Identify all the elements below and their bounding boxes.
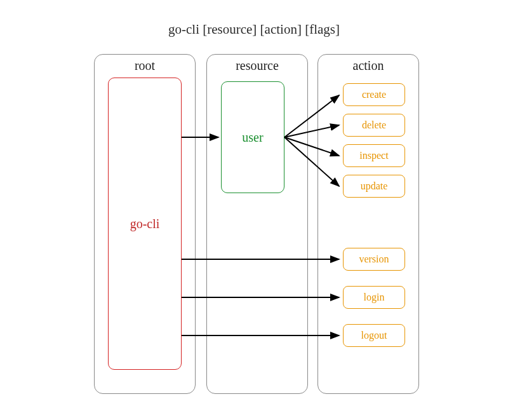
column-action-label: action: [318, 58, 418, 73]
node-go-cli: go-cli: [108, 78, 182, 370]
node-user: user: [221, 81, 284, 193]
node-action-create: create: [343, 83, 405, 106]
node-action-logout: logout: [343, 324, 405, 347]
diagram-title: go-cli [resource] [action] [flags]: [0, 22, 508, 37]
node-action-login: login: [343, 286, 405, 309]
node-action-delete: delete: [343, 114, 405, 137]
column-resource-label: resource: [207, 58, 307, 73]
node-action-update: update: [343, 175, 405, 198]
node-action-version: version: [343, 248, 405, 271]
column-root-label: root: [95, 58, 195, 73]
node-action-inspect: inspect: [343, 144, 405, 167]
